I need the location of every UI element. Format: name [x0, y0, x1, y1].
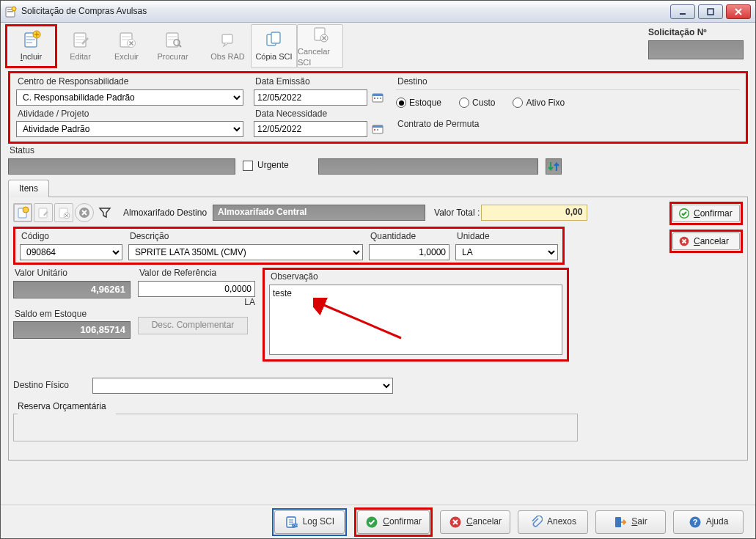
contrato-permuta-value	[318, 158, 538, 175]
destino-label: Destino	[397, 76, 740, 88]
descricao-select[interactable]: SPRITE LATA 350ML (CMV)	[128, 244, 363, 260]
main-toolbar: Incluir Editar Excluir Procurar Obs RAD …	[1, 23, 755, 68]
centro-resp-select[interactable]: C. Responsabilidade Padrão	[16, 89, 243, 106]
svg-rect-4	[680, 13, 686, 15]
log-icon: LOG	[285, 516, 298, 529]
cancelarsci-label: Cancelar SCI	[298, 46, 342, 67]
help-icon: ?	[689, 516, 702, 529]
incluir-button[interactable]: Incluir	[8, 27, 54, 65]
data-emissao-input[interactable]	[254, 89, 367, 106]
footer-confirmar-button[interactable]: Confirmar	[357, 510, 430, 534]
radio-dot-icon	[513, 98, 523, 108]
swap-button[interactable]	[546, 158, 562, 175]
radio-dot-selected-icon	[396, 98, 406, 108]
item-new-button[interactable]	[13, 203, 32, 222]
svg-rect-21	[377, 98, 378, 99]
calendar-icon[interactable]	[372, 92, 383, 103]
svg-rect-24	[373, 125, 383, 128]
desc-complementar-button[interactable]: Desc. Complementar	[138, 317, 248, 334]
item-confirmar-button[interactable]: Confirmar	[672, 205, 740, 222]
content-area: Centro de Responsabilidade C. Responsabi…	[1, 68, 755, 505]
footer-cancelar-button[interactable]: Cancelar	[440, 510, 510, 534]
saldo-estoque-label: Saldo em Estoque	[15, 309, 131, 320]
excluir-button[interactable]: Excluir	[103, 24, 150, 68]
almoxarifado-label: Almoxarifado Destino	[123, 208, 207, 219]
procurar-button[interactable]: Procurar	[150, 24, 196, 68]
item-delete-button[interactable]	[54, 203, 73, 222]
valor-unitario-value: 4,96261	[13, 281, 131, 298]
status-label: Status	[10, 145, 235, 157]
obsrad-button[interactable]: Obs RAD	[205, 24, 251, 68]
copiasci-button[interactable]: Cópia SCI	[251, 24, 297, 68]
anexos-label: Anexos	[547, 516, 576, 528]
check-circle-icon	[365, 516, 378, 529]
unidade-suffix: LA	[138, 297, 255, 309]
valor-total-value: 0,00	[481, 205, 587, 221]
maximize-button[interactable]	[698, 4, 723, 19]
ajuda-button[interactable]: ? Ajuda	[673, 510, 744, 534]
footer-toolbar: LOG Log SCI Confirmar Cancelar Anexos Sa…	[1, 505, 755, 538]
ajuda-label: Ajuda	[706, 516, 729, 528]
item-cancelar-button[interactable]: Cancelar	[672, 232, 740, 250]
cancel-circle-icon	[449, 516, 462, 529]
copiasci-label: Cópia SCI	[255, 51, 292, 62]
svg-point-28	[23, 207, 29, 213]
saldo-estoque-value: 106,85714	[13, 321, 131, 339]
svg-rect-25	[374, 129, 375, 131]
items-toolbar: Almoxarifado Destino Almoxarifado Centra…	[13, 202, 665, 224]
logsci-button[interactable]: LOG Log SCI	[274, 510, 345, 534]
observacao-value: teste	[273, 288, 292, 298]
minimize-button[interactable]	[670, 4, 695, 19]
svg-rect-19	[373, 94, 383, 96]
unidade-select[interactable]: LA	[455, 244, 558, 260]
valor-referencia-input[interactable]	[138, 281, 255, 297]
destino-estoque-radio[interactable]: Estoque	[396, 98, 441, 109]
editar-label: Editar	[70, 51, 91, 62]
atividade-label: Atividade / Projeto	[18, 109, 243, 120]
unidade-label: Unidade	[457, 231, 558, 243]
item-edit-button[interactable]	[34, 203, 53, 222]
titlebar: Solicitação de Compras Avulsas	[1, 1, 755, 23]
app-icon	[5, 6, 17, 18]
anexos-button[interactable]: Anexos	[518, 510, 588, 534]
urgente-label: Urgente	[257, 160, 289, 172]
atividade-select[interactable]: Atividade Padrão	[16, 121, 243, 137]
svg-rect-5	[708, 9, 713, 15]
svg-rect-41	[615, 517, 621, 527]
exit-icon	[614, 516, 627, 529]
obsrad-label: Obs RAD	[210, 51, 244, 62]
item-cancel-button[interactable]	[75, 203, 94, 222]
valor-unitario-label: Valor Unitário	[15, 268, 131, 279]
svg-text:?: ?	[692, 518, 697, 527]
editar-button[interactable]: Editar	[57, 24, 103, 68]
urgente-checkbox[interactable]	[243, 161, 253, 171]
svg-rect-15	[271, 32, 280, 43]
item-new-icon	[16, 206, 29, 219]
solicitacao-numero-label: Solicitação Nº	[648, 27, 744, 39]
filter-button[interactable]	[95, 203, 114, 222]
tab-itens[interactable]: Itens	[8, 180, 49, 198]
incluir-rest: ncluir	[23, 52, 42, 61]
destino-fisico-select[interactable]	[92, 378, 393, 394]
sair-button[interactable]: Sair	[595, 510, 666, 534]
tab-itens-panel: Almoxarifado Destino Almoxarifado Centra…	[8, 197, 748, 461]
quantidade-label: Quantidade	[370, 231, 449, 243]
funnel-icon	[98, 206, 111, 219]
destino-estoque-label: Estoque	[409, 98, 441, 109]
data-necessidade-input[interactable]	[254, 121, 367, 137]
calendar-icon[interactable]	[372, 123, 383, 135]
procurar-label: Procurar	[157, 51, 188, 62]
quantidade-input[interactable]	[369, 244, 449, 260]
destino-custo-radio[interactable]: Custo	[459, 98, 495, 109]
observacao-input[interactable]: teste	[269, 285, 562, 355]
solicitacao-numero-value	[648, 40, 744, 59]
cancelarsci-button[interactable]: Cancelar SCI	[297, 24, 343, 68]
valor-total-label: Valor Total :	[434, 208, 480, 219]
close-button[interactable]	[726, 4, 751, 19]
item-edit-icon	[37, 206, 50, 219]
cancel-circle-icon	[78, 207, 90, 219]
codigo-select[interactable]: 090864	[20, 244, 122, 260]
centro-resp-label: Centro de Responsabilidade	[18, 76, 243, 88]
destino-ativo-radio[interactable]: Ativo Fixo	[513, 98, 565, 109]
destino-ativo-label: Ativo Fixo	[526, 98, 565, 109]
